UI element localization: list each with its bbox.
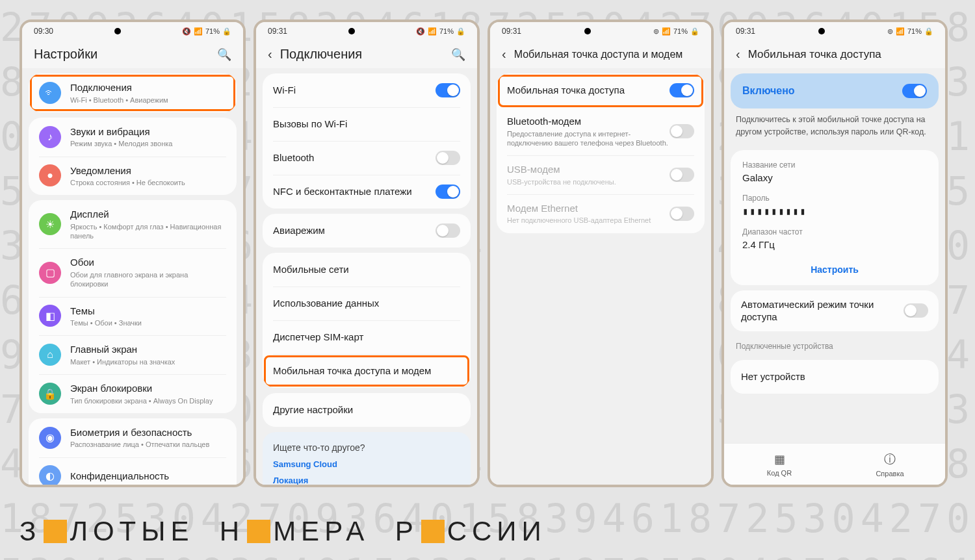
battery-text: 71% [907,27,922,35]
settings-item-display[interactable]: ☀ ДисплейЯркость • Комфорт для глаз • На… [29,200,237,248]
item-sub: Режим звука • Мелодия звонка [70,139,226,148]
row-other-settings[interactable]: Другие настройки [263,393,471,427]
band-value: 2.4 ГГц [742,239,927,250]
row-ethernet-tether: Модем EthernetНет подключенного USB-адап… [497,194,705,233]
settings-item-wallpaper[interactable]: ▢ ОбоиОбои для главного экрана и экрана … [29,248,237,296]
network-info-card[interactable]: Название сети Galaxy Пароль ▮▮▮▮▮▮▮▮▮ Ди… [731,150,939,285]
airplane-toggle[interactable] [436,223,460,238]
link-location[interactable]: Локация [273,476,460,485]
hotspot-toggle[interactable] [670,83,694,97]
back-icon[interactable]: ‹ [268,47,272,62]
signal-icon: 📶 [662,27,671,36]
qr-code-button[interactable]: ▦ Код QR [724,444,835,485]
row-wifi-calling[interactable]: Вызовы по Wi-Fi [263,107,471,141]
row-sim-manager[interactable]: Диспетчер SIM-карт [263,320,471,354]
row-hotspot-tethering[interactable]: Мобильная точка доступа и модем [263,354,471,388]
info-icon: ⓘ [884,452,896,467]
help-text: Подключитесь к этой мобильной точке дост… [724,114,945,145]
row-bluetooth-tether[interactable]: Bluetooth-модемПредоставление доступа к … [497,107,705,155]
item-label: Bluetooth-модем [507,115,670,128]
row-nfc[interactable]: NFC и бесконтактные платежи [263,175,471,209]
item-label: Темы [70,305,226,318]
item-label: Модем Ethernet [507,202,670,215]
bluetooth-toggle[interactable] [436,151,460,165]
auto-hotspot-toggle[interactable] [904,303,928,318]
connections-list: Wi-Fi Вызовы по Wi-Fi Bluetooth NFC и бе… [256,68,477,485]
settings-item-sounds[interactable]: ♪ Звуки и вибрацияРежим звука • Мелодия … [29,118,237,157]
item-label: Авиарежим [273,224,436,237]
phone-2: 09:31 🔇📶71%🔒 ‹ Подключения 🔍 Wi-Fi Вызов… [254,19,480,487]
row-data-usage[interactable]: Использование данных [263,286,471,320]
sound-icon: ♪ [39,126,61,148]
item-label: Мобильные сети [273,263,460,276]
item-label: Звуки и вибрация [70,125,226,138]
battery-icon: 🔒 [924,27,933,36]
time: 09:31 [502,27,521,36]
settings-item-connections[interactable]: ᯤ Подключения Wi-Fi • Bluetooth • Авиаре… [29,73,237,112]
row-wifi[interactable]: Wi-Fi [263,73,471,107]
status-bar: 09:31 ⊚📶71%🔒 [490,22,711,40]
help-button[interactable]: ⓘ Справка [835,444,945,485]
item-sub: Распознавание лица • Отпечатки пальцев [70,440,226,449]
search-icon[interactable]: 🔍 [451,47,465,62]
item-label: Нет устройств [741,370,928,383]
item-sub: Яркость • Комфорт для глаз • Навигационн… [70,222,226,241]
hotspot-icon: ⊚ [887,27,893,36]
settings-item-home[interactable]: ⌂ Главный экранМакет • Индикаторы на зна… [29,335,237,374]
status-indicators: ⊚📶71%🔒 [887,27,933,36]
item-sub: Строка состояния • Не беспокоить [70,178,226,187]
eth-tether-toggle [670,207,694,221]
item-label: Обои [70,256,226,269]
camera-hole-icon [584,28,591,34]
battery-text: 71% [673,27,688,35]
settings-item-biometrics[interactable]: ◉ Биометрия и безопасностьРаспознавание … [29,418,237,457]
help-label: Справка [876,470,904,477]
page-title: Мобильная точка доступа [748,48,933,61]
configure-button[interactable]: Настроить [742,261,927,275]
notif-icon: ● [39,164,61,186]
back-icon[interactable]: ‹ [736,47,740,62]
item-label: Wi-Fi [273,84,436,97]
header: ‹ Подключения 🔍 [256,40,477,68]
row-mobile-hotspot[interactable]: Мобильная точка доступа [497,73,705,107]
item-label: Главный экран [70,343,226,356]
row-usb-tether: USB-модемUSB-устройства не подключены. [497,155,705,194]
item-label: Использование данных [273,297,460,310]
status-indicators: 🔇 📶 71% 🔒 [182,27,231,36]
item-sub: Предоставление доступа к интернет-подклю… [507,129,670,148]
camera-hole-icon [818,28,825,34]
signal-icon: 📶 [194,27,203,36]
enabled-toggle[interactable] [902,84,927,98]
row-mobile-networks[interactable]: Мобильные сети [263,253,471,286]
back-icon[interactable]: ‹ [502,47,506,62]
status-indicators: 🔇📶71%🔒 [416,27,465,36]
row-airplane[interactable]: Авиарежим [263,214,471,248]
display-icon: ☀ [39,213,61,235]
status-bar: 09:31 🔇📶71%🔒 [256,22,477,40]
wifi-toggle[interactable] [436,83,460,97]
search-icon[interactable]: 🔍 [217,47,231,62]
tethering-list: Мобильная точка доступа Bluetooth-модемП… [490,68,711,485]
status-bar: 09:30 🔇 📶 71% 🔒 [22,22,243,40]
item-sub: USB-устройства не подключены. [507,177,670,186]
header: Настройки 🔍 [22,40,243,68]
settings-item-notifications[interactable]: ● УведомленияСтрока состояния • Не беспо… [29,157,237,196]
band-label: Диапазон частот [742,227,927,236]
item-label: Экран блокировки [70,382,226,395]
signal-icon: 📶 [896,27,905,36]
password-value: ▮▮▮▮▮▮▮▮▮ [742,205,927,217]
phone-3: 09:31 ⊚📶71%🔒 ‹ Мобильная точка доступа и… [488,19,714,487]
nfc-toggle[interactable] [436,185,460,199]
link-samsung-cloud[interactable]: Samsung Cloud [273,459,460,469]
settings-item-lockscreen[interactable]: 🔒 Экран блокировкиТип блокировки экрана … [29,374,237,413]
settings-item-privacy[interactable]: ◐ Конфиденциальность [29,457,237,485]
no-devices-row: Нет устройств [731,360,939,394]
enabled-bar[interactable]: Включено [731,73,939,108]
settings-item-themes[interactable]: ◧ ТемыТемы • Обои • Значки [29,297,237,336]
row-bluetooth[interactable]: Bluetooth [263,141,471,175]
hotspot-content: Включено Подключитесь к этой мобильной т… [724,68,945,485]
row-auto-hotspot[interactable]: Автоматический режим точки доступа [731,290,939,331]
bt-tether-toggle[interactable] [670,124,694,138]
wifi-icon: ᯤ [39,82,61,104]
item-label: USB-модем [507,163,670,176]
